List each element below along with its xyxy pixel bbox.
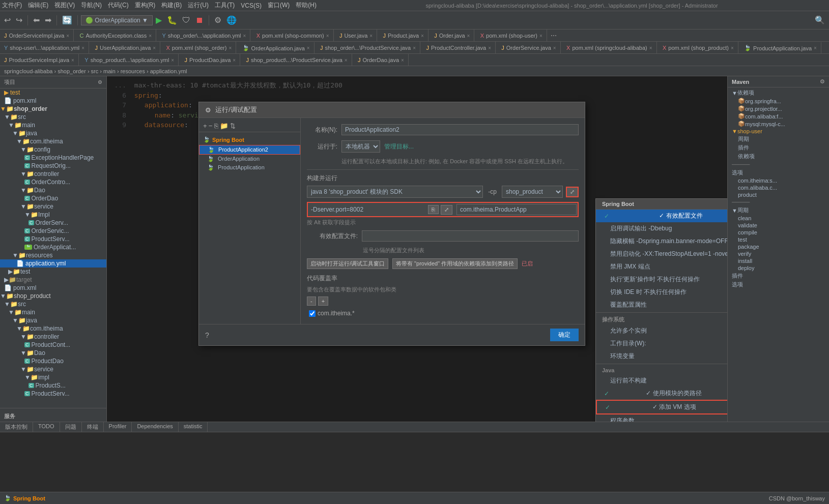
tab-productcontroller[interactable]: J ProductController.java × (422, 42, 496, 54)
toolbar-more[interactable]: ⚙ (212, 14, 223, 26)
ok-button[interactable]: 确定 (550, 329, 579, 341)
coverage-checkbox[interactable] (309, 310, 316, 317)
maven-deps2[interactable]: 依赖项 (730, 152, 827, 161)
menu-item-jmx[interactable]: 禁用 JMX 端点 Alt+X (596, 260, 727, 273)
tabs-overflow[interactable]: ⋯ (549, 32, 559, 39)
tree-resources[interactable]: ▼ 📁 resources (0, 251, 106, 259)
tree-application-yml-active[interactable]: 📄 application.yml (0, 259, 106, 268)
tree-pom-shoporder-tree[interactable]: 📄 pom.xml (0, 284, 106, 292)
tab-pom-shopcommon[interactable]: X pom.xml (shop-common) × (252, 29, 334, 42)
toolbar-forward[interactable]: ➡ (43, 14, 53, 26)
tab-close-2[interactable]: × (149, 33, 152, 39)
tab-orderservice[interactable]: J OrderService.java × (497, 42, 560, 54)
tab-shopproduct-yml[interactable]: Y shop_product\...\application.yml × (80, 54, 179, 66)
maven-clean[interactable]: clean (730, 215, 827, 222)
tab-close-4[interactable]: × (326, 33, 329, 39)
config-item-productapp[interactable]: 🍃 ProductApplication (199, 163, 300, 172)
tab-close-r2-3[interactable]: × (228, 45, 232, 51)
sort-config-btn[interactable]: ⇅ (230, 122, 236, 130)
expand-btn[interactable]: ⤢ (566, 187, 579, 197)
toolbar-translate[interactable]: 🌐 (224, 14, 239, 26)
tree-comitheima[interactable]: ▼ 📁 com.itheima (0, 137, 106, 145)
tab-close-r2-6[interactable]: × (488, 45, 491, 51)
menu-help[interactable]: 帮助(H) (296, 1, 317, 10)
tree-service-sp[interactable]: ▼ 📁 service (0, 365, 106, 373)
tree-orderservice-iface[interactable]: C OrderServic... (0, 227, 106, 235)
toolbar-back[interactable]: ⬅ (31, 14, 42, 26)
vm-options-expand-btn[interactable]: ⤢ (441, 205, 452, 215)
maven-plugins[interactable]: 插件 (730, 143, 827, 152)
menu-window[interactable]: 窗口(W) (268, 1, 290, 10)
tab-close-r2-10[interactable]: × (814, 45, 817, 51)
tree-java-sp[interactable]: ▼ 📁 java (0, 316, 106, 324)
maven-section-options[interactable]: 选项 (730, 168, 827, 177)
tab-close-r3-4[interactable]: × (345, 57, 348, 63)
menu-item-moduleclasspath[interactable]: ✓ 使用模块的类路径 Alt+O (596, 387, 727, 400)
tab-close-r2-7[interactable]: × (553, 45, 556, 51)
maven-dep-4[interactable]: 📦 mysql:mysql-c... (730, 120, 827, 128)
maven-package[interactable]: package (730, 243, 827, 250)
startup-btn2[interactable]: 将带有 "provided" 作用域的依赖项添加到类路径 (392, 258, 518, 269)
coverage-add-btn[interactable]: - (307, 297, 316, 306)
tree-test-folder[interactable]: ▶ test (0, 88, 106, 97)
tree-productservice-sp[interactable]: C ProductServ... (0, 390, 106, 398)
tab-productservice-shopproduct[interactable]: J shop_product\...\ProductService.java × (242, 54, 352, 66)
toolbar-sync[interactable]: 🔄 (60, 14, 74, 26)
tab-user[interactable]: J User.java × (335, 29, 377, 42)
tab-close-1[interactable]: × (66, 33, 69, 39)
tab-close-r3-3[interactable]: × (233, 57, 236, 63)
maven-deploy[interactable]: deploy (730, 264, 827, 272)
vm-options-copy-btn[interactable]: ⎘ (428, 205, 439, 214)
tree-shop-product[interactable]: ▼ 📁 shop_product (0, 292, 106, 300)
tab-close-8[interactable]: × (539, 33, 542, 39)
maven-option-2[interactable]: com.alibaba.c... (730, 184, 827, 191)
tree-orderserviceimpl[interactable]: C OrderServ... (0, 219, 106, 227)
menu-item-workdir[interactable]: 工作目录(W): Alt+W (596, 337, 727, 350)
tree-requestorig[interactable]: C RequestOrig... (0, 162, 106, 170)
bottom-tab-profiler[interactable]: Profiler (104, 422, 132, 432)
startup-btn1[interactable]: 启动时打开运行/调试工具窗口 (307, 258, 388, 269)
tree-service[interactable]: ▼ 📁 service (0, 202, 106, 211)
bottom-tab-statistic[interactable]: statistic (179, 422, 208, 432)
tab-pom-springcloudalibaba[interactable]: X pom.xml (springcloud-alibaba) × (562, 42, 657, 54)
menu-run[interactable]: 运行(U) (188, 1, 209, 10)
tab-authorityexception[interactable]: C AuthorityException.class × (76, 29, 157, 42)
debug-button[interactable]: 🐛 (165, 14, 179, 26)
tree-target[interactable]: ▶ 📁 target (0, 276, 106, 284)
tree-impl[interactable]: ▼ 📁 Impl (0, 211, 106, 219)
maven-dep-1[interactable]: 📦 org.springfra... (730, 97, 827, 105)
tree-productdao-sp[interactable]: C ProductDao (0, 357, 106, 365)
tab-close-r2-9[interactable]: × (731, 45, 734, 51)
tab-shopuser-yml[interactable]: Y shop-user\...\application.yml × (0, 42, 89, 54)
maven-compile[interactable]: compile (730, 229, 827, 236)
maven-test[interactable]: test (730, 236, 827, 243)
tree-productservice[interactable]: C ProductServ... (0, 235, 106, 243)
search-everywhere[interactable]: 🔍 (813, 14, 827, 26)
menu-tools[interactable]: 工具(T) (215, 1, 235, 10)
tab-userapplication[interactable]: J UserApplication.java × (91, 42, 160, 54)
maven-option-3[interactable]: product (730, 191, 827, 198)
menu-refactor[interactable]: 重构(R) (135, 1, 156, 10)
help-button[interactable]: ? (205, 331, 209, 339)
tree-src[interactable]: ▼ 📁 src (0, 113, 106, 121)
activeconfig-input[interactable] (362, 230, 579, 242)
menu-item-disableinit[interactable]: 禁用启动化 -XX:TieredStopAtLevel=1 -noverify … (596, 248, 727, 260)
coverage-button[interactable]: 🛡 (180, 15, 192, 26)
bottom-tab-vcs[interactable]: 版本控制 (0, 422, 33, 432)
project-settings[interactable]: ⚙ (98, 79, 102, 85)
tab-close-r2-4[interactable]: × (307, 45, 310, 51)
bottom-tab-dependencies[interactable]: Dependencies (132, 422, 178, 432)
tree-controller-sp[interactable]: ▼ 📁 controller (0, 333, 106, 341)
tab-close-r3-2[interactable]: × (171, 57, 174, 63)
maven-option-1[interactable]: com.itheima:s... (730, 177, 827, 184)
add-config-btn[interactable]: + (203, 122, 207, 130)
bottom-tab-terminal[interactable]: 终端 (82, 422, 104, 432)
maven-section-deps[interactable]: ▼ 依赖项 (730, 88, 827, 97)
maven-section-options2[interactable]: 选项 (730, 280, 827, 289)
main-class-input[interactable] (456, 204, 577, 215)
remove-config-btn[interactable]: − (209, 122, 213, 130)
config-item-orderapp[interactable]: 🍃 OrderApplication (199, 155, 300, 163)
run-button[interactable]: ▶ (154, 14, 164, 26)
tab-close-r3-1[interactable]: × (71, 57, 74, 63)
menu-item-ide[interactable]: 切换 IDE 时 不执行任何操作 ▶ (596, 286, 727, 299)
